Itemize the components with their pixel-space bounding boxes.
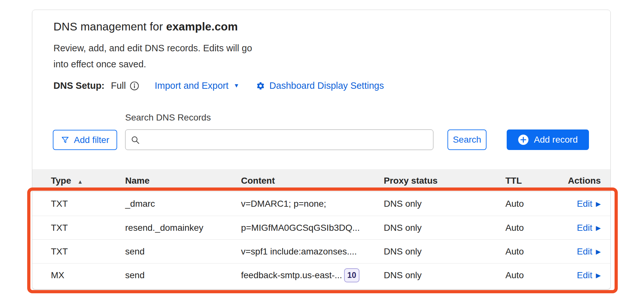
search-field-wrap: [125, 129, 433, 150]
add-filter-label: Add filter: [74, 135, 109, 145]
search-button[interactable]: Search: [447, 129, 487, 150]
cell-proxy-status: DNS only: [384, 246, 505, 257]
edit-link[interactable]: Edit ▶: [577, 199, 601, 209]
cell-type: MX: [51, 270, 125, 280]
arrow-right-triangle-icon: ▶: [596, 271, 601, 279]
cell-proxy-status: DNS only: [384, 223, 505, 233]
import-and-export-link[interactable]: Import and Export ▼: [155, 80, 239, 91]
table-row[interactable]: MX send feedback-smtp.us-east-... 10 DNS…: [32, 263, 610, 287]
cell-name: send: [125, 270, 241, 280]
cell-proxy-status: DNS only: [384, 199, 505, 209]
table-row[interactable]: TXT _dmarc v=DMARC1; p=none; DNS only Au…: [32, 192, 610, 216]
cell-actions: Edit ▶: [564, 270, 601, 280]
dns-management-page: DNS management for example.com Review, a…: [0, 0, 644, 300]
column-header-proxy-status[interactable]: Proxy status: [384, 176, 505, 186]
dns-setup-value: Full: [111, 80, 126, 91]
add-record-button[interactable]: Add record: [507, 129, 589, 150]
cell-actions: Edit ▶: [564, 223, 601, 233]
cell-ttl: Auto: [505, 223, 564, 233]
cell-type: TXT: [51, 223, 125, 233]
cell-ttl: Auto: [505, 246, 564, 257]
arrow-right-triangle-icon: ▶: [596, 224, 601, 232]
column-header-content[interactable]: Content: [241, 176, 384, 186]
cell-content: v=spf1 include:amazonses....: [241, 246, 384, 257]
search-dns-records-label: Search DNS Records: [125, 113, 211, 123]
cell-type: TXT: [51, 199, 125, 209]
search-dns-records-input[interactable]: [125, 129, 433, 150]
cell-actions: Edit ▶: [564, 199, 601, 209]
arrow-right-triangle-icon: ▶: [596, 248, 601, 255]
cell-name: _dmarc: [125, 199, 241, 209]
column-header-actions: Actions: [564, 176, 601, 186]
cell-actions: Edit ▶: [564, 246, 601, 257]
cell-proxy-status: DNS only: [384, 270, 505, 280]
cell-content: v=DMARC1; p=none;: [241, 199, 384, 209]
info-circle-icon[interactable]: [130, 81, 139, 91]
dashboard-display-settings-label: Dashboard Display Settings: [270, 80, 384, 91]
priority-badge: 10: [344, 268, 359, 282]
edit-link[interactable]: Edit ▶: [577, 246, 601, 257]
chevron-down-icon: ▼: [234, 82, 239, 89]
page-description: Review, add, and edit DNS records. Edits…: [53, 40, 266, 72]
card-header: DNS management for example.com Review, a…: [32, 10, 610, 91]
sort-ascending-icon: ▲: [77, 179, 83, 185]
cell-content: feedback-smtp.us-east-... 10: [241, 268, 384, 282]
domain-name: example.com: [166, 20, 238, 33]
dns-records-table: Type ▲ Name Content Proxy status TTL Act…: [32, 169, 610, 287]
search-button-label: Search: [453, 135, 481, 145]
dns-management-card: DNS management for example.com Review, a…: [32, 10, 611, 289]
dns-setup-row: DNS Setup: Full Import and Export ▼: [53, 80, 610, 91]
gear-icon: [256, 81, 265, 90]
plus-circle-icon: [518, 134, 529, 145]
cell-ttl: Auto: [505, 199, 564, 209]
edit-link[interactable]: Edit ▶: [577, 270, 601, 280]
add-record-label: Add record: [534, 135, 578, 145]
table-row[interactable]: TXT resend._domainkey p=MIGfMA0GCSqGSIb3…: [32, 216, 610, 239]
import-and-export-label: Import and Export: [155, 80, 229, 91]
cell-content: p=MIGfMA0GCSqGSIb3DQ...: [241, 223, 384, 233]
column-header-ttl[interactable]: TTL: [505, 176, 564, 186]
cell-name: resend._domainkey: [125, 223, 241, 233]
edit-link[interactable]: Edit ▶: [577, 223, 601, 233]
page-title-prefix: DNS management for: [53, 20, 166, 33]
table-header-row: Type ▲ Name Content Proxy status TTL Act…: [32, 169, 610, 192]
dns-setup-label: DNS Setup:: [53, 80, 105, 91]
records-toolbar: Add filter Search DNS Records Search: [32, 113, 610, 161]
arrow-right-triangle-icon: ▶: [596, 200, 601, 208]
table-row[interactable]: TXT send v=spf1 include:amazonses.... DN…: [32, 239, 610, 263]
add-filter-button[interactable]: Add filter: [53, 130, 117, 150]
column-header-type[interactable]: Type ▲: [51, 176, 125, 186]
page-title: DNS management for example.com: [53, 20, 610, 33]
column-header-name[interactable]: Name: [125, 176, 241, 186]
cell-name: send: [125, 246, 241, 257]
cell-ttl: Auto: [505, 270, 564, 280]
table-body: TXT _dmarc v=DMARC1; p=none; DNS only Au…: [32, 192, 610, 287]
filter-funnel-icon: [61, 136, 69, 144]
cell-type: TXT: [51, 246, 125, 257]
dashboard-display-settings-link[interactable]: Dashboard Display Settings: [256, 80, 384, 91]
